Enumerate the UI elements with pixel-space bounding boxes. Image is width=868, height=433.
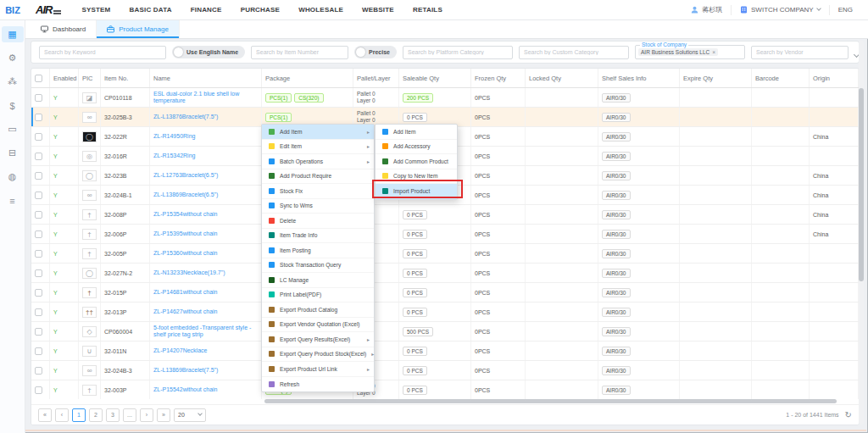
product-name-link[interactable]: ESL dual-color 2.1 blue shell low temper… xyxy=(153,91,258,105)
cashier-icon[interactable]: ⊟ xyxy=(2,145,24,161)
submenu-item[interactable]: Import Product xyxy=(376,184,457,199)
product-thumbnail[interactable]: ◪ xyxy=(82,92,97,103)
row-checkbox[interactable] xyxy=(35,308,42,316)
table-row[interactable]: Y † 32-006P ZL-P15395without chain 0 PCS… xyxy=(31,225,859,244)
language-button[interactable]: ENG xyxy=(830,6,861,14)
prev-page-button[interactable]: ‹ xyxy=(55,408,69,422)
top-nav-item[interactable]: RETAILS xyxy=(413,6,442,14)
top-nav-item[interactable]: WEBSITE xyxy=(362,6,394,14)
tab-product-manage[interactable]: Product Manage xyxy=(97,20,180,38)
product-name-link[interactable]: ZL-L12763Bracelet(6.5") xyxy=(153,172,218,180)
table-row[interactable]: Y ◯ 32-027N-2 ZL-N13233Necklace(19.7") 0… xyxy=(31,264,859,283)
select-all-checkbox[interactable] xyxy=(35,75,42,82)
finance-icon[interactable]: $ xyxy=(2,97,24,114)
row-checkbox[interactable] xyxy=(35,250,42,258)
product-name-link[interactable]: ZL-R14950Ring xyxy=(153,133,195,141)
custom-category-search-input[interactable] xyxy=(519,46,629,59)
top-nav-item[interactable]: BASIC DATA xyxy=(130,6,172,14)
product-thumbnail[interactable]: † xyxy=(82,385,97,396)
context-menu-item[interactable]: Add Item ▸ xyxy=(262,125,374,140)
switch-company-button[interactable]: SWITCH COMPANY xyxy=(732,6,829,14)
top-nav-item[interactable]: FINANCE xyxy=(191,6,222,14)
row-checkbox[interactable] xyxy=(35,347,42,355)
context-menu-item[interactable]: Add Product Require xyxy=(262,169,374,185)
product-name-link[interactable]: ZL-L13869Bracelet(6.5") xyxy=(153,192,218,199)
context-menu-item[interactable]: Export Product Catalog xyxy=(262,303,374,318)
context-menu-item[interactable]: Stock Transaction Query xyxy=(262,258,374,274)
context-menu-item[interactable]: Export Query Results(Excel) ▸ xyxy=(262,332,374,347)
product-thumbnail[interactable]: ◎ xyxy=(82,151,97,162)
organization-icon[interactable]: ⁂ xyxy=(2,74,24,90)
product-thumbnail[interactable]: † xyxy=(82,229,97,240)
table-row[interactable]: Y ◪ CP010118 ESL dual-color 2.1 blue she… xyxy=(31,88,859,108)
precise-toggle[interactable]: Precise xyxy=(354,46,397,58)
row-checkbox[interactable] xyxy=(35,230,42,238)
submenu-item[interactable]: Add Common Product xyxy=(376,154,457,169)
product-thumbnail[interactable]: ◯ xyxy=(82,170,97,181)
table-row[interactable]: Y † 32-005P ZL-P15360without chain 0 PCS… xyxy=(31,244,859,264)
row-checkbox[interactable] xyxy=(35,192,42,199)
refresh-icon[interactable]: ↻ xyxy=(845,411,852,419)
product-thumbnail[interactable]: † xyxy=(82,287,97,298)
vertical-scrollbar-thumb[interactable] xyxy=(859,88,864,281)
context-menu-item[interactable]: Export Query Product Stock(Excel) ▸ xyxy=(262,347,374,363)
product-thumbnail[interactable]: ∞ xyxy=(82,365,97,376)
row-checkbox[interactable] xyxy=(35,269,42,277)
context-menu-item[interactable]: Stock Fix xyxy=(262,184,374,199)
top-nav-item[interactable]: PURCHASE xyxy=(241,6,281,14)
page-number-button[interactable]: 2 xyxy=(89,408,103,422)
item-number-search-input[interactable] xyxy=(251,46,348,59)
table-row[interactable]: Y ∞ 32-024B-3 ZL-L13869Bracelet(7.5") 0 … xyxy=(31,361,859,380)
page-number-button[interactable]: ... xyxy=(123,408,136,422)
product-name-link[interactable]: ZL-R15342Ring xyxy=(153,153,195,160)
row-checkbox[interactable] xyxy=(35,94,42,102)
product-thumbnail[interactable]: †† xyxy=(82,307,97,318)
platform-category-search-input[interactable] xyxy=(403,46,513,59)
context-menu-item[interactable]: Export Product Url Link ▸ xyxy=(262,362,374,377)
context-menu-item[interactable]: Batch Operations ▸ xyxy=(262,154,374,169)
product-name-link[interactable]: ZL-P14627without chain xyxy=(153,308,218,316)
context-menu-item[interactable]: Refresh xyxy=(262,377,374,392)
context-menu-item[interactable]: Delete xyxy=(262,214,374,229)
remove-chip-icon[interactable]: × xyxy=(712,49,715,55)
row-checkbox[interactable] xyxy=(35,133,42,141)
submenu-item[interactable]: Add Accessory xyxy=(376,140,457,155)
product-name-link[interactable]: ZL-L13869Bracelet(7.5") xyxy=(153,367,218,375)
table-row[interactable]: Y †† 32-013P ZL-P14627without chain 0 PC… xyxy=(31,303,859,322)
table-row[interactable]: Y † 32-015P ZL-P14681without chain 0 PCS… xyxy=(31,283,859,303)
keyword-search-input[interactable] xyxy=(39,46,166,59)
context-menu-item[interactable]: Export Vendor Quotation (Excel) xyxy=(262,318,374,333)
context-menu-item[interactable]: Print Label(PDF) xyxy=(262,288,374,303)
product-name-link[interactable]: ZL-P15395without chain xyxy=(153,230,218,238)
row-checkbox[interactable] xyxy=(35,211,42,219)
menu-lines-icon[interactable]: ≡ xyxy=(2,192,24,208)
context-menu-item[interactable]: Sync to Wms xyxy=(262,199,374,214)
user-menu[interactable]: 蒋杉琪 xyxy=(682,5,731,14)
context-menu-item[interactable]: LC Manage xyxy=(262,273,374,288)
product-name-link[interactable]: ZL-N13233Necklace(19.7") xyxy=(153,269,225,277)
table-row[interactable]: Y † 32-008P ZL-P15354without chain 0 PCS… xyxy=(31,205,859,225)
context-menu-item[interactable]: Item Posting xyxy=(262,243,374,258)
product-name-link[interactable]: ZL-P15360without chain xyxy=(153,250,218,258)
table-row[interactable]: Y ◇ CP060004 5-foot embedded -Transparen… xyxy=(31,322,859,341)
product-name-link[interactable]: ZL-P15542without chain xyxy=(153,386,218,394)
use-english-name-toggle[interactable]: Use English Name xyxy=(172,46,245,58)
submenu-item[interactable]: Copy to New Item xyxy=(376,169,457,185)
horizontal-scrollbar[interactable] xyxy=(31,399,859,404)
row-checkbox[interactable] xyxy=(35,328,42,336)
product-name-link[interactable]: ZL-P15354without chain xyxy=(153,211,218,219)
row-checkbox[interactable] xyxy=(35,114,42,121)
row-checkbox[interactable] xyxy=(35,172,42,180)
row-checkbox[interactable] xyxy=(35,367,42,375)
product-name-link[interactable]: ZL-L13876Bracelet(7.5") xyxy=(153,114,218,121)
table-row[interactable]: Y ∪ 32-011N ZL-P14207Necklace 0 PCS 0PCS xyxy=(31,341,859,361)
page-number-button[interactable]: 3 xyxy=(106,408,120,422)
product-thumbnail[interactable]: ◇ xyxy=(82,326,97,337)
product-name-link[interactable]: 5-foot embedded -Transparent style - she… xyxy=(153,325,258,339)
stock-of-company-select[interactable]: Stock of Company AIR Business Solutions … xyxy=(635,45,745,59)
product-thumbnail[interactable]: ◯ xyxy=(82,131,97,142)
page-size-select[interactable]: 20 xyxy=(174,408,206,422)
row-checkbox[interactable] xyxy=(35,386,42,394)
product-thumbnail[interactable]: ◯ xyxy=(82,268,97,279)
top-nav-item[interactable]: SYSTEM xyxy=(81,6,110,14)
